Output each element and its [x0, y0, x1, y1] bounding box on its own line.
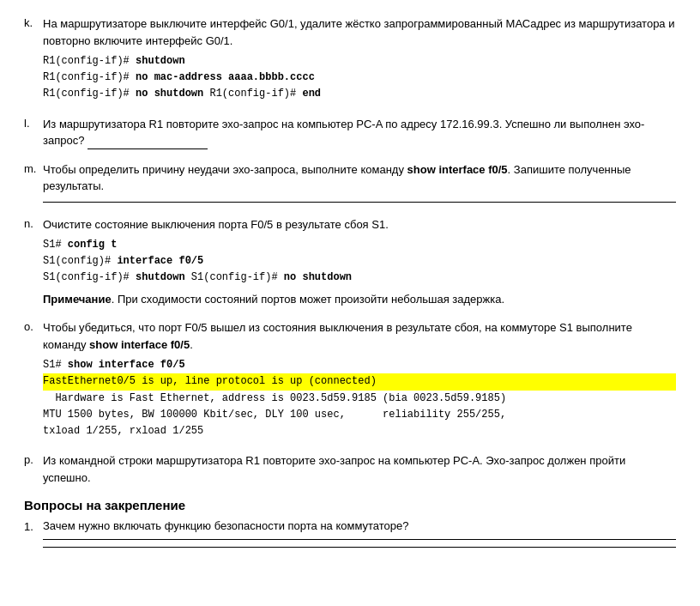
review-heading: Вопросы на закрепление	[24, 498, 676, 512]
text-m: Чтобы определить причину неудачи эхо-зап…	[43, 161, 676, 195]
rule-m	[43, 202, 676, 203]
answer-blank-l	[88, 148, 208, 149]
code-line-n1: S1# config t	[43, 237, 676, 253]
letter-l: l.	[24, 116, 43, 153]
text-n: Очистите состояние выключения порта F0/5…	[43, 216, 676, 233]
question-content-1: Зачем нужно включать функцию безопасност…	[43, 519, 676, 551]
answer-line-1b	[43, 547, 676, 548]
section-p: p. Из командной строки маршрутизатора R1…	[24, 452, 676, 489]
note-n: Примечание. При сходимости состояний пор…	[43, 291, 676, 308]
letter-m: m.	[24, 161, 43, 208]
text-p: Из командной строки маршрутизатора R1 по…	[43, 452, 676, 486]
code-line-o1: S1# show interface f0/5	[43, 357, 676, 373]
content-l: Из маршрутизатора R1 повторите эхо-запро…	[43, 116, 676, 153]
question-num-1: 1.	[24, 519, 43, 551]
section-m: m. Чтобы определить причину неудачи эхо-…	[24, 161, 676, 208]
text-o: Чтобы убедиться, что порт F0/5 вышел из …	[43, 319, 676, 353]
code-line-k1: R1(config-if)# shutdown	[43, 53, 676, 70]
code-block-k: R1(config-if)# shutdown R1(config-if)# n…	[43, 53, 676, 103]
code-line-n2: S1(config)# interface f0/5	[43, 253, 676, 270]
review-section: Вопросы на закрепление 1. Зачем нужно вк…	[24, 498, 676, 551]
letter-n: n.	[24, 216, 43, 312]
letter-k: k.	[24, 15, 43, 107]
letter-o: o.	[24, 319, 43, 444]
text-k: На маршрутизаторе выключите интерфейс G0…	[43, 15, 676, 49]
code-line-o-highlight: FastEthernet0/5 is up, line protocol is …	[43, 373, 676, 390]
answer-line-1a	[43, 539, 676, 540]
content-n: Очистите состояние выключения порта F0/5…	[43, 216, 676, 312]
content-m: Чтобы определить причину неудачи эхо-зап…	[43, 161, 676, 208]
section-o: o. Чтобы убедиться, что порт F0/5 вышел …	[24, 319, 676, 444]
code-block-n: S1# config t S1(config)# interface f0/5 …	[43, 237, 676, 287]
code-block-o: S1# show interface f0/5 FastEthernet0/5 …	[43, 357, 676, 439]
text-l: Из маршрутизатора R1 повторите эхо-запро…	[43, 116, 676, 149]
question-text-1: Зачем нужно включать функцию безопасност…	[43, 519, 676, 532]
code-line-k3: R1(config-if)# no shutdown R1(config-if)…	[43, 86, 676, 102]
letter-p: p.	[24, 452, 43, 489]
code-line-k2: R1(config-if)# no mac-address aaaa.bbbb.…	[43, 70, 676, 86]
code-line-n3: S1(config-if)# shutdown S1(config-if)# n…	[43, 270, 676, 286]
code-line-o3: MTU 1500 bytes, BW 100000 Kbit/sec, DLY …	[43, 407, 676, 423]
section-n: n. Очистите состояние выключения порта F…	[24, 216, 676, 312]
code-line-o4: txload 1/255, rxload 1/255	[43, 423, 676, 439]
content-o: Чтобы убедиться, что порт F0/5 вышел из …	[43, 319, 676, 444]
section-l: l. Из маршрутизатора R1 повторите эхо-за…	[24, 116, 676, 153]
section-k: k. На маршрутизаторе выключите интерфейс…	[24, 15, 676, 107]
question-row-1: 1. Зачем нужно включать функцию безопасн…	[24, 519, 676, 551]
content-k: На маршрутизаторе выключите интерфейс G0…	[43, 15, 676, 107]
code-line-o2: Hardware is Fast Ethernet, address is 00…	[43, 391, 676, 407]
content-p: Из командной строки маршрутизатора R1 по…	[43, 452, 676, 489]
